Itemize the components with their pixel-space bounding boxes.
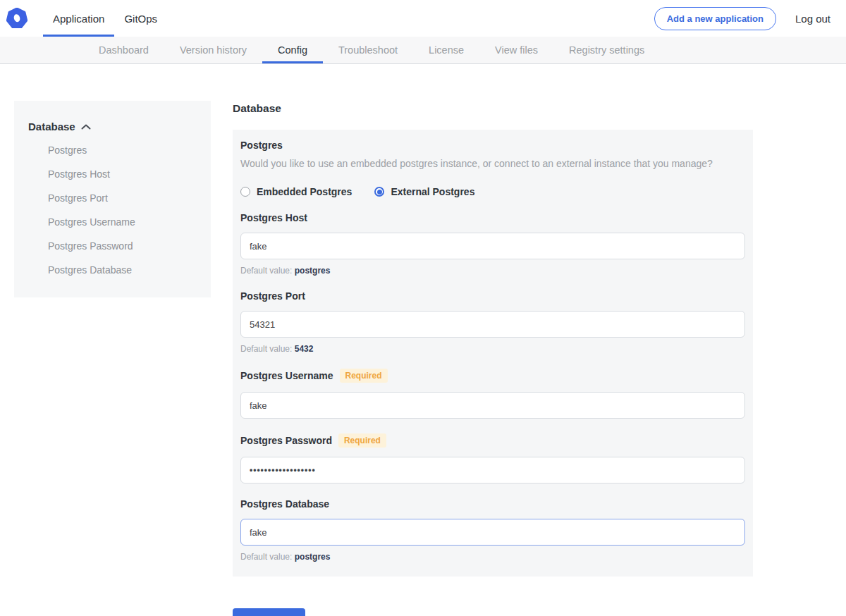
default-value: postgres xyxy=(295,266,331,276)
subnav-license-label: License xyxy=(429,44,464,56)
field-postgres-password-label-row: Postgres Password Required xyxy=(240,433,745,448)
field-postgres-host-label-row: Postgres Host xyxy=(240,212,745,223)
subnav-item-version-history[interactable]: Version history xyxy=(164,37,262,63)
subnav-view-files-label: View files xyxy=(495,44,538,56)
radio-external-postgres-label: External Postgres xyxy=(391,186,474,197)
radio-embedded-postgres-label: Embedded Postgres xyxy=(257,186,352,197)
subnav-item-dashboard[interactable]: Dashboard xyxy=(83,37,164,63)
postgres-database-default: Default value: postgres xyxy=(240,552,745,562)
postgres-host-input[interactable] xyxy=(240,233,745,259)
top-nav: Application GitOps xyxy=(43,0,167,37)
app-subnav: Dashboard Version history Config Trouble… xyxy=(0,37,846,64)
config-sidebar: Database Postgres Postgres Host Postgres… xyxy=(14,101,211,297)
default-prefix: Default value: xyxy=(240,344,292,354)
database-config-panel: Postgres Would you like to use an embedd… xyxy=(233,130,753,577)
replicated-logo[interactable] xyxy=(6,0,27,37)
field-postgres-username-label: Postgres Username xyxy=(240,370,333,381)
postgres-port-default: Default value: 5432 xyxy=(240,344,745,354)
field-postgres-database-label: Postgres Database xyxy=(240,498,329,510)
save-config-button[interactable]: Save config xyxy=(233,608,305,616)
subnav-item-troubleshoot[interactable]: Troubleshoot xyxy=(323,37,413,63)
page-title: Database xyxy=(233,102,753,115)
radio-unchecked-icon xyxy=(240,187,250,197)
postgres-password-input[interactable] xyxy=(240,457,745,483)
field-postgres-port-label: Postgres Port xyxy=(240,290,305,302)
field-postgres-password-label: Postgres Password xyxy=(240,435,332,446)
subnav-item-view-files[interactable]: View files xyxy=(479,37,553,63)
subnav-config-label: Config xyxy=(278,44,307,56)
sidebar-item-postgres-password[interactable]: Postgres Password xyxy=(14,240,211,252)
default-prefix: Default value: xyxy=(240,552,292,562)
postgres-type-radio-group: Embedded Postgres External Postgres xyxy=(240,186,745,197)
content-area: Database Postgres Postgres Host Postgres… xyxy=(0,64,846,616)
field-postgres-database-label-row: Postgres Database xyxy=(240,498,745,510)
add-new-application-button[interactable]: Add a new application xyxy=(654,7,776,30)
tab-application-label: Application xyxy=(53,13,104,25)
postgres-host-default: Default value: postgres xyxy=(240,266,745,276)
default-value: 5432 xyxy=(295,344,314,354)
subnav-item-registry-settings[interactable]: Registry settings xyxy=(553,37,660,63)
radio-checked-icon xyxy=(374,187,384,197)
app-header: Application GitOps Add a new application… xyxy=(0,0,846,37)
subnav-dashboard-label: Dashboard xyxy=(99,44,149,56)
subnav-version-history-label: Version history xyxy=(180,44,247,56)
subnav-troubleshoot-label: Troubleshoot xyxy=(338,44,398,56)
logout-link[interactable]: Log out xyxy=(795,13,830,25)
tab-application[interactable]: Application xyxy=(43,0,114,37)
sidebar-group-database[interactable]: Database xyxy=(14,121,211,133)
sidebar-item-postgres-database[interactable]: Postgres Database xyxy=(14,264,211,276)
chevron-up-icon xyxy=(81,124,91,130)
field-postgres-port-label-row: Postgres Port xyxy=(240,290,745,302)
group-label-postgres: Postgres xyxy=(240,140,745,151)
sidebar-item-postgres-username[interactable]: Postgres Username xyxy=(14,216,211,228)
sidebar-item-postgres-port[interactable]: Postgres Port xyxy=(14,192,211,204)
postgres-port-input[interactable] xyxy=(240,311,745,338)
radio-external-postgres[interactable]: External Postgres xyxy=(374,186,474,197)
header-actions: Add a new application Log out xyxy=(654,0,846,37)
postgres-username-input[interactable] xyxy=(240,392,745,419)
default-prefix: Default value: xyxy=(240,266,292,276)
required-badge: Required xyxy=(338,433,386,448)
field-postgres-host-label: Postgres Host xyxy=(240,212,307,223)
sidebar-item-postgres[interactable]: Postgres xyxy=(14,144,211,156)
radio-embedded-postgres[interactable]: Embedded Postgres xyxy=(240,186,352,197)
tab-gitops-label: GitOps xyxy=(124,13,157,25)
postgres-database-input[interactable] xyxy=(240,519,745,546)
required-badge: Required xyxy=(340,369,388,383)
config-main: Database Postgres Would you like to use … xyxy=(233,102,753,616)
subnav-registry-settings-label: Registry settings xyxy=(569,44,644,56)
sidebar-group-database-label: Database xyxy=(28,121,75,133)
tab-gitops[interactable]: GitOps xyxy=(114,0,167,37)
postgres-help-text: Would you like to use an embedded postgr… xyxy=(240,157,745,170)
subnav-item-config[interactable]: Config xyxy=(262,37,323,63)
field-postgres-username-label-row: Postgres Username Required xyxy=(240,369,745,383)
subnav-item-license[interactable]: License xyxy=(413,37,479,63)
replicated-logo-icon xyxy=(6,8,27,29)
sidebar-item-postgres-host[interactable]: Postgres Host xyxy=(14,168,211,180)
default-value: postgres xyxy=(295,552,331,562)
